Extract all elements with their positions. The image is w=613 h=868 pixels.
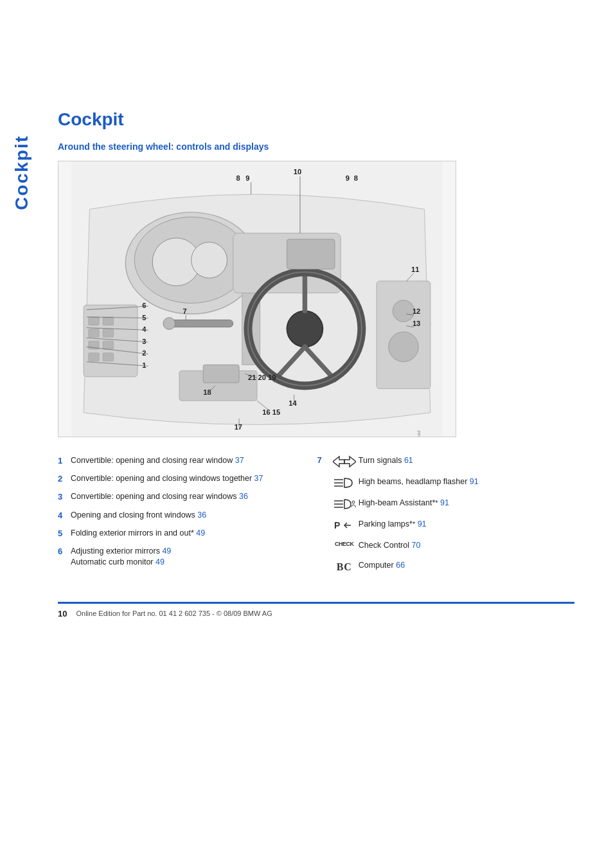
svg-text:8: 8 bbox=[354, 174, 358, 182]
svg-rect-24 bbox=[103, 329, 114, 338]
item-text: High beams, headlamp flasher 91 bbox=[359, 476, 479, 488]
high-beam-assistant-icon bbox=[330, 498, 359, 511]
svg-text:13: 13 bbox=[413, 320, 420, 327]
parking-lamps-icon: P bbox=[330, 519, 359, 532]
item-text: Convertible: opening and closing rear wi… bbox=[71, 455, 244, 467]
turn-signals-icon bbox=[330, 455, 359, 468]
list-item: 5 Folding exterior mirrors in and out* 4… bbox=[58, 528, 292, 539]
svg-text:16 15: 16 15 bbox=[262, 408, 280, 416]
svg-rect-26 bbox=[103, 341, 114, 349]
svg-text:1: 1 bbox=[142, 361, 146, 369]
item-text: Convertible: opening and closing rear wi… bbox=[71, 491, 248, 503]
svg-point-15 bbox=[163, 318, 175, 330]
item-number: 3 bbox=[58, 491, 71, 503]
svg-text:9: 9 bbox=[346, 174, 350, 182]
page-footer: 10 Online Edition for Part no. 01 41 2 6… bbox=[58, 602, 574, 619]
item-number-7: 7 bbox=[317, 455, 330, 467]
svg-point-30 bbox=[389, 332, 419, 362]
item-text: Adjusting exterior mirrors 49 Automatic … bbox=[71, 546, 171, 568]
item-number bbox=[317, 498, 330, 509]
svg-rect-19 bbox=[203, 365, 239, 383]
svg-rect-17 bbox=[287, 239, 335, 269]
right-list-item: P Parking lamps** 91 bbox=[317, 519, 574, 532]
svg-rect-21 bbox=[89, 317, 100, 325]
page-number: 10 bbox=[58, 609, 67, 619]
svg-point-31 bbox=[393, 300, 414, 321]
svg-text:7: 7 bbox=[183, 307, 187, 315]
item-number: 4 bbox=[58, 510, 71, 521]
item-text: Convertible: opening and closing windows… bbox=[71, 473, 263, 485]
svg-rect-14 bbox=[167, 320, 233, 327]
right-list-item: BC Computer 66 bbox=[317, 560, 574, 574]
svg-point-8 bbox=[287, 311, 323, 347]
svg-text:6: 6 bbox=[142, 302, 146, 309]
svg-marker-70 bbox=[333, 457, 344, 467]
svg-point-78 bbox=[352, 501, 355, 503]
list-item: 3 Convertible: opening and closing rear … bbox=[58, 491, 292, 503]
footer-copyright: Online Edition for Part no. 01 41 2 602 … bbox=[76, 610, 272, 617]
right-list-item: High beams, headlamp flasher 91 bbox=[317, 476, 574, 489]
cockpit-diagram: 8 9 10 9 8 1 2 3 4 5 6 7 bbox=[58, 161, 456, 437]
svg-text:3: 3 bbox=[142, 338, 146, 345]
sidebar-chapter-label: Cockpit bbox=[12, 135, 32, 210]
svg-text:10: 10 bbox=[294, 168, 301, 176]
svg-text:21 20 19: 21 20 19 bbox=[248, 374, 276, 381]
svg-text:5: 5 bbox=[142, 314, 146, 321]
svg-point-4 bbox=[191, 242, 227, 278]
list-item: 4 Opening and closing front windows 36 bbox=[58, 510, 292, 521]
svg-text:12: 12 bbox=[413, 307, 420, 315]
page-title: Cockpit bbox=[58, 109, 574, 130]
item-number bbox=[317, 476, 330, 488]
item-text: Parking lamps** 91 bbox=[359, 519, 427, 530]
svg-text:8: 8 bbox=[236, 174, 240, 182]
svg-text:9: 9 bbox=[245, 174, 249, 182]
item-text: High-beam Assistant** 91 bbox=[359, 498, 449, 509]
check-control-icon: CHECK bbox=[330, 540, 359, 548]
item-number bbox=[317, 560, 330, 572]
svg-rect-27 bbox=[89, 353, 100, 361]
section-subtitle: Around the steering wheel: controls and … bbox=[58, 141, 574, 152]
svg-text:17: 17 bbox=[235, 423, 242, 431]
svg-rect-28 bbox=[103, 353, 114, 361]
svg-text:PPMLS-0CG8: PPMLS-0CG8 bbox=[416, 431, 421, 437]
item-number: 6 bbox=[58, 546, 71, 557]
item-number bbox=[317, 519, 330, 530]
item-text: Computer 66 bbox=[359, 560, 405, 572]
svg-text:P: P bbox=[334, 520, 340, 530]
right-list-item: CHECK Check Control 70 bbox=[317, 540, 574, 552]
svg-text:18: 18 bbox=[203, 388, 211, 396]
item-text: Opening and closing front windows 36 bbox=[71, 510, 206, 521]
item-text: Turn signals 61 bbox=[359, 455, 413, 467]
svg-rect-22 bbox=[103, 317, 114, 325]
reference-lists: 1 Convertible: opening and closing rear … bbox=[58, 455, 574, 583]
item-text: Check Control 70 bbox=[359, 540, 421, 552]
list-item: 2 Convertible: opening and closing windo… bbox=[58, 473, 292, 485]
left-reference-list: 1 Convertible: opening and closing rear … bbox=[58, 455, 292, 583]
item-number: 1 bbox=[58, 455, 71, 467]
item-number: 2 bbox=[58, 473, 71, 485]
svg-rect-23 bbox=[89, 329, 100, 338]
bc-computer-icon: BC bbox=[330, 560, 359, 574]
item-number: 5 bbox=[58, 528, 71, 539]
svg-text:4: 4 bbox=[142, 325, 147, 333]
right-list-item: 7 Turn signals 61 bbox=[317, 455, 574, 468]
svg-text:11: 11 bbox=[411, 266, 419, 273]
high-beams-icon bbox=[330, 476, 359, 489]
list-item: 1 Convertible: opening and closing rear … bbox=[58, 455, 292, 467]
svg-text:14: 14 bbox=[289, 399, 297, 407]
list-item: 6 Adjusting exterior mirrors 49 Automati… bbox=[58, 546, 292, 568]
item-text: Folding exterior mirrors in and out* 49 bbox=[71, 528, 205, 539]
item-number bbox=[317, 540, 330, 552]
right-list-item: High-beam Assistant** 91 bbox=[317, 498, 574, 511]
svg-marker-71 bbox=[344, 457, 356, 467]
right-reference-list: 7 Turn signals 61 bbox=[317, 455, 574, 583]
